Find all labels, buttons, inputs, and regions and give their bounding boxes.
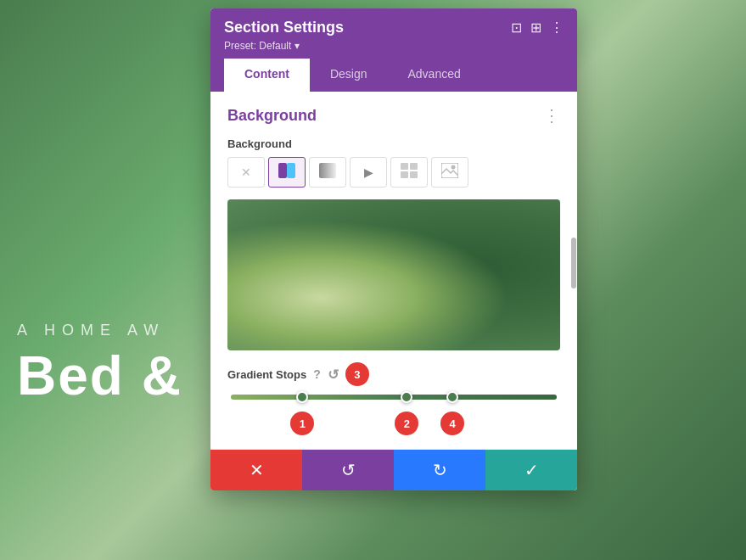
bg-type-color[interactable] [268, 157, 306, 188]
section-settings-modal: Section Settings ⊡ ⊞ ⋮ Preset: Default ▾… [210, 8, 577, 490]
cancel-button[interactable]: ✕ [210, 450, 302, 490]
pattern-bg-icon [401, 163, 418, 182]
svg-rect-4 [410, 163, 418, 170]
video-bg-icon: ▶ [364, 165, 373, 179]
slider-thumb-4[interactable] [446, 391, 458, 403]
stop-badge-pos-1: 1 [290, 412, 314, 435]
modal-header-top: Section Settings ⊡ ⊞ ⋮ [224, 19, 564, 36]
image2-bg-icon [441, 163, 458, 182]
bg-type-none[interactable]: ✕ [227, 157, 265, 188]
bg-headline: Bed & [17, 344, 182, 407]
modal-title: Section Settings [224, 19, 344, 36]
resize-icon[interactable]: ⊡ [511, 20, 522, 36]
stop-badge-1[interactable]: 1 [290, 412, 314, 435]
svg-rect-6 [410, 171, 418, 178]
svg-point-8 [452, 165, 456, 170]
bg-type-image2[interactable] [431, 157, 468, 188]
slider-container: 1 2 4 [227, 395, 560, 435]
reset-button[interactable]: ↺ [302, 450, 394, 490]
color-bg-icon [278, 163, 295, 182]
gradient-slider-track[interactable] [231, 395, 557, 400]
stop-badge-4[interactable]: 4 [440, 412, 464, 435]
bg-type-gradient[interactable] [309, 157, 346, 188]
no-bg-icon: ✕ [241, 165, 251, 179]
gradient-bg-icon [319, 163, 336, 182]
gradient-stops-text: Gradient Stops [227, 368, 306, 381]
preset-label: Preset: Default [224, 40, 291, 52]
reset-stops-icon[interactable]: ↺ [328, 367, 339, 383]
stop-badge-2[interactable]: 2 [395, 412, 418, 435]
modal-header: Section Settings ⊡ ⊞ ⋮ Preset: Default ▾… [210, 8, 577, 92]
background-section-title: Background [227, 107, 317, 125]
confirm-button[interactable]: ✓ [485, 450, 577, 490]
stop-badges-row: 1 2 4 [231, 412, 557, 435]
tab-advanced[interactable]: Advanced [387, 59, 480, 92]
preset-selector[interactable]: Preset: Default ▾ [224, 40, 564, 52]
bg-tagline: A HOME AW [17, 322, 165, 339]
modal-tabs: Content Design Advanced [224, 59, 564, 92]
scrollbar[interactable] [571, 238, 576, 288]
layout-icon[interactable]: ⊞ [530, 20, 541, 36]
svg-rect-2 [319, 163, 336, 178]
svg-rect-1 [287, 163, 295, 178]
slider-thumb-2[interactable] [401, 391, 412, 403]
gradient-preview[interactable] [227, 199, 560, 350]
stop-badge-pos-4: 4 [440, 412, 464, 435]
preset-arrow: ▾ [294, 40, 300, 52]
svg-rect-0 [278, 163, 287, 178]
modal-content: Background ⋮ Background ✕ ▶ [210, 92, 577, 449]
redo-button[interactable]: ↻ [394, 450, 485, 490]
svg-rect-5 [401, 171, 408, 178]
modal-actions: ✕ ↺ ↻ ✓ [210, 449, 577, 490]
gradient-stops-label: Gradient Stops ? ↺ 3 [227, 362, 560, 386]
slider-thumb-1[interactable] [296, 391, 308, 403]
modal-header-icons: ⊡ ⊞ ⋮ [511, 20, 564, 36]
tab-design[interactable]: Design [310, 59, 388, 92]
bg-type-pattern[interactable] [390, 157, 428, 188]
section-heading: Background ⋮ [227, 105, 560, 126]
bg-type-video[interactable]: ▶ [350, 157, 387, 188]
bg-type-row: ✕ ▶ [227, 157, 560, 188]
stop-badge-pos-2: 2 [395, 412, 418, 435]
help-icon[interactable]: ? [313, 367, 321, 381]
more-icon[interactable]: ⋮ [550, 20, 564, 36]
section-more-button[interactable]: ⋮ [543, 105, 560, 126]
bg-type-label: Background [227, 137, 560, 150]
tab-content[interactable]: Content [224, 59, 310, 92]
svg-rect-3 [401, 163, 408, 170]
add-stop-badge[interactable]: 3 [345, 362, 369, 386]
gradient-stops-row: Gradient Stops ? ↺ 3 [227, 362, 560, 435]
